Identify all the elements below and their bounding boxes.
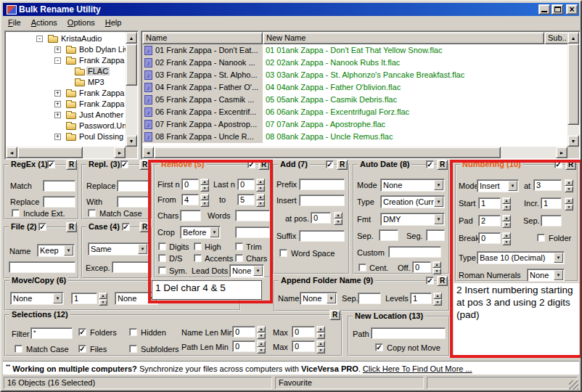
column-header-sub[interactable]: Sub..: [544, 32, 570, 44]
move-copy-count-field[interactable]: 1: [71, 293, 97, 304]
numbering-break-spinner[interactable]: ▲▼: [502, 232, 511, 245]
remove-last-n-field[interactable]: 0: [237, 179, 255, 190]
scroll-thumb[interactable]: [567, 44, 579, 125]
numbering-enable-checkbox[interactable]: ✓: [554, 160, 562, 168]
spinner-up-icon[interactable]: ▲: [565, 179, 573, 186]
numbering-sep-field[interactable]: [541, 215, 562, 226]
tree-vertical-scrollbar[interactable]: ▲ ▼: [126, 32, 137, 147]
spinner-up-icon[interactable]: ▲: [502, 197, 511, 204]
add-insert-field[interactable]: [299, 195, 345, 206]
move-copy-dropdown-1[interactable]: None▼: [10, 292, 64, 305]
add-reset-button[interactable]: R: [337, 160, 348, 170]
regex-replace-field[interactable]: [43, 196, 75, 208]
numbering-break-field[interactable]: 0: [478, 232, 501, 244]
spinner-down-icon[interactable]: ▼: [257, 332, 266, 339]
append-folder-levels-field[interactable]: 1: [410, 293, 432, 304]
spinner-up-icon[interactable]: ▲: [502, 232, 511, 239]
selections-subfolders-checkbox[interactable]: [129, 345, 137, 353]
numbering-roman-dropdown[interactable]: None▼: [527, 269, 565, 282]
spinner-up-icon[interactable]: ▲: [200, 194, 209, 200]
menu-help[interactable]: Help: [100, 17, 127, 28]
menu-actions[interactable]: Actions: [26, 17, 62, 28]
list-horizontal-scrollbar[interactable]: ◄ ►: [142, 147, 567, 158]
spinner-up-icon[interactable]: ▲: [316, 326, 325, 332]
spinner-up-icon[interactable]: ▲: [257, 326, 266, 332]
scroll-down-icon[interactable]: ▼: [126, 135, 137, 147]
spinner-up-icon[interactable]: ▲: [257, 340, 266, 347]
remove-words-field[interactable]: [235, 210, 270, 221]
case-excep-field[interactable]: [112, 261, 149, 273]
title-bar[interactable]: Bulk Rename Utility ×: [3, 3, 579, 16]
scroll-left-icon[interactable]: ◄: [142, 147, 154, 158]
auto-date-mode-dropdown[interactable]: None▼: [380, 179, 445, 192]
numbering-at-spinner[interactable]: ▲▼: [565, 179, 573, 192]
tree-item[interactable]: +Frank Zappa F: [6, 99, 126, 110]
numbering-incr-spinner[interactable]: ▲▼: [565, 197, 573, 210]
auto-date-fmt-dropdown[interactable]: DMY▼: [380, 213, 445, 226]
scroll-up-icon[interactable]: ▲: [126, 32, 137, 44]
tree-item-selected[interactable]: FLAC: [6, 66, 126, 77]
spinner-down-icon[interactable]: ▼: [256, 200, 265, 207]
auto-date-off-field[interactable]: 0: [412, 261, 431, 273]
replace-enable-checkbox[interactable]: ✓: [120, 160, 128, 168]
spinner-down-icon[interactable]: ▼: [200, 200, 209, 207]
add-word-space-checkbox[interactable]: [279, 249, 287, 257]
tree-item[interactable]: +Just Another B: [6, 110, 126, 121]
append-folder-enable-checkbox[interactable]: ✓: [426, 277, 434, 285]
auto-date-custom-field[interactable]: [388, 246, 441, 258]
auto-date-enable-checkbox[interactable]: ✓: [426, 160, 434, 168]
remove-enable-checkbox[interactable]: ✓: [247, 160, 255, 168]
append-folder-reset-button[interactable]: R: [437, 276, 448, 286]
tree-item[interactable]: +Poul Dissing J: [6, 131, 126, 142]
dropdown-arrow-icon[interactable]: ▼: [64, 245, 73, 256]
dropdown-arrow-icon[interactable]: ▼: [554, 253, 563, 263]
add-suffix-field[interactable]: [299, 230, 345, 242]
replace-reset-button[interactable]: R: [139, 160, 150, 170]
remove-first-n-spinner[interactable]: ▲▼: [200, 179, 209, 191]
dropdown-arrow-icon[interactable]: ▼: [434, 197, 443, 207]
auto-date-cent-checkbox[interactable]: [358, 264, 366, 271]
case-reset-button[interactable]: R: [139, 222, 150, 232]
append-folder-name-dropdown[interactable]: None▼: [300, 292, 337, 305]
spinner-up-icon[interactable]: ▲: [433, 261, 441, 268]
remove-chars2-checkbox[interactable]: [235, 254, 243, 262]
tree-expand-icon[interactable]: +: [54, 46, 61, 53]
menu-options[interactable]: Options: [62, 17, 100, 28]
selections-files-checkbox[interactable]: ✓: [78, 345, 86, 353]
remove-chars-field[interactable]: [180, 210, 201, 221]
spinner-down-icon[interactable]: ▼: [316, 347, 325, 354]
remove-from-spinner[interactable]: ▲▼: [200, 194, 209, 206]
auto-date-off-spinner[interactable]: ▲▼: [433, 261, 441, 274]
append-folder-sep-field[interactable]: [358, 293, 381, 304]
selections-path-min-field[interactable]: 0: [232, 340, 255, 352]
file-row[interactable]: 01 Frank Zappa - Don't Eat...♪01 01ank Z…: [142, 44, 570, 57]
numbering-start-spinner[interactable]: ▲▼: [502, 197, 511, 210]
dropdown-arrow-icon[interactable]: ▼: [53, 293, 62, 303]
selections-filter-field[interactable]: *: [30, 327, 73, 339]
tree-item[interactable]: +Bob Dylan Liv: [6, 44, 126, 55]
selections-hidden-checkbox[interactable]: [129, 328, 137, 336]
spinner-down-icon[interactable]: ▼: [565, 204, 573, 211]
remove-accents-checkbox[interactable]: [194, 254, 202, 262]
selections-path-max-field[interactable]: 0: [292, 340, 315, 352]
spinner-down-icon[interactable]: ▼: [502, 239, 511, 245]
tree-expand-icon[interactable]: +: [54, 101, 61, 107]
column-header-new-name[interactable]: New Name: [263, 32, 544, 44]
replace-replace-field[interactable]: [117, 180, 149, 192]
file-row[interactable]: 02 Frank Zappa - Nanook ...♪02 02ank Zap…: [142, 57, 570, 69]
selections-name-min-field[interactable]: 0: [232, 326, 255, 338]
tree-horizontal-scrollbar[interactable]: ◄ ►: [6, 147, 126, 158]
auto-date-reset-button[interactable]: R: [437, 160, 448, 170]
scroll-thumb[interactable]: [17, 147, 83, 158]
numbering-reset-button[interactable]: R: [565, 160, 576, 170]
dropdown-arrow-icon[interactable]: ▼: [327, 293, 336, 303]
dropdown-arrow-icon[interactable]: ▼: [434, 180, 443, 190]
numbering-type-dropdown[interactable]: Base 10 (Decimal)▼: [477, 251, 565, 264]
spinner-down-icon[interactable]: ▼: [565, 186, 573, 192]
maximize-button[interactable]: [552, 4, 563, 15]
case-dropdown[interactable]: Same▼: [88, 242, 149, 256]
dropdown-arrow-icon[interactable]: ▼: [138, 244, 147, 254]
dropdown-arrow-icon[interactable]: ▼: [554, 270, 563, 280]
spinner-up-icon[interactable]: ▲: [433, 293, 442, 299]
remove-lead-dots-dropdown[interactable]: None▼: [229, 264, 264, 277]
